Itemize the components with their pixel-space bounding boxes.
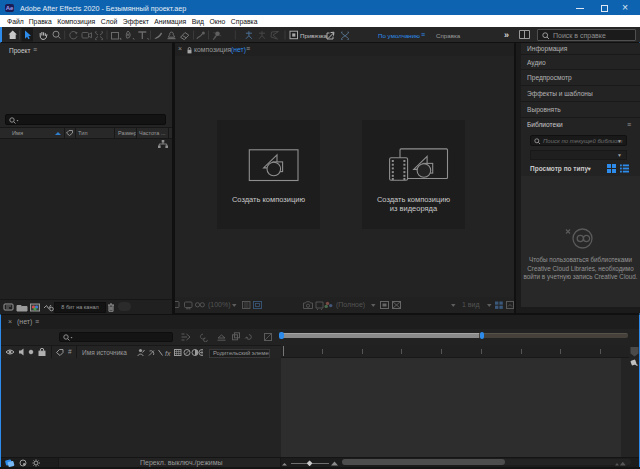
svg-text:fx: fx bbox=[165, 349, 171, 356]
